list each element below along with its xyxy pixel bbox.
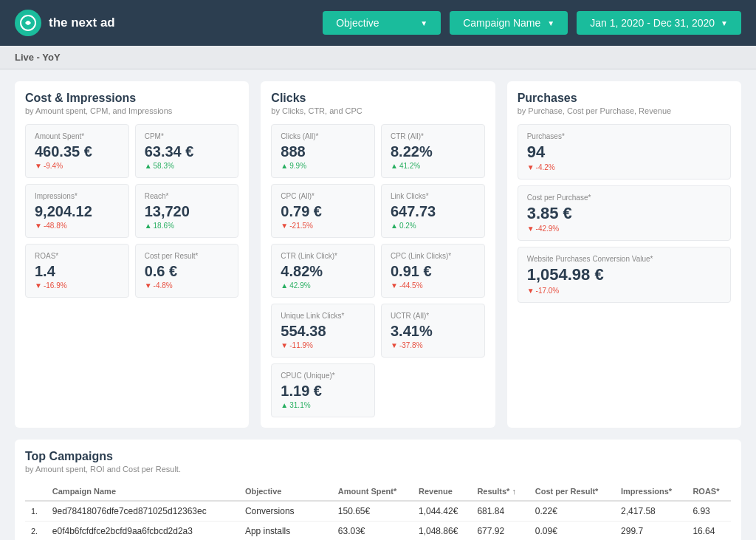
metrics-row: Cost & Impressions by Amount spent, CPM,… <box>15 81 741 428</box>
amount-spent-card: Amount Spent* 460.35 € -9.4% <box>25 124 129 178</box>
cpuc-value: 1.19 € <box>281 383 365 399</box>
ctr-all-change: 41.2% <box>391 162 475 170</box>
cost-impressions-title: Cost & Impressions <box>25 92 238 105</box>
ctr-link-change: 42.9% <box>281 281 365 290</box>
clicks-subtitle: by Clicks, CTR, and CPC <box>271 106 484 115</box>
uctr-label: UCTR (All)* <box>391 312 475 320</box>
purchases-subtitle: by Purchase, Cost per Purchase, Revenue <box>518 106 731 115</box>
col-impressions[interactable]: Impressions* <box>615 482 687 501</box>
table-row: 1. 9ed78418076dfe7ced871025d12363ec Conv… <box>25 501 731 522</box>
date-range-dropdown[interactable]: Jan 1, 2020 - Dec 31, 2020 ▼ <box>577 11 741 35</box>
ctr-all-value: 8.22% <box>391 143 475 160</box>
objective-dropdown[interactable]: Objective ▼ <box>323 11 441 35</box>
cpc-all-value: 0.79 € <box>281 203 365 219</box>
campaign-amount-cell: 63.03€ <box>332 522 413 541</box>
purchases-change: -4.2% <box>527 163 721 171</box>
ctr-all-label: CTR (All)* <box>391 132 475 140</box>
campaign-revenue-cell: 1,044.42€ <box>413 501 471 522</box>
row-num: 2. <box>25 522 47 541</box>
cost-impressions-cards: Amount Spent* 460.35 € -9.4% CPM* 63.34 … <box>25 124 238 298</box>
cpm-value: 63.34 € <box>145 143 230 160</box>
purchases-section: Purchases by Purchase, Cost per Purchase… <box>507 81 741 428</box>
date-range-label: Jan 1, 2020 - Dec 31, 2020 <box>590 17 715 29</box>
campaign-objective-cell: Conversions <box>239 501 332 522</box>
uctr-change: -37.8% <box>391 341 475 349</box>
clicks-all-label: Clicks (All)* <box>281 132 365 140</box>
conversion-value-change: -17.0% <box>527 287 721 295</box>
unique-link-card: Unique Link Clicks* 554.38 -11.9% <box>271 304 375 358</box>
impressions-card: Impressions* 9,204.12 -48.8% <box>25 184 129 238</box>
clicks-all-value: 888 <box>281 143 365 160</box>
top-campaigns-section: Top Campaigns by Amount spent, ROI and C… <box>15 440 741 540</box>
col-results[interactable]: Results* ↑ <box>471 482 529 501</box>
roas-change: -16.9% <box>35 281 120 290</box>
campaign-roas-cell: 16.64 <box>687 522 731 541</box>
main-content: Cost & Impressions by Amount spent, CPM,… <box>0 69 756 540</box>
cpc-link-value: 0.91 € <box>391 263 475 279</box>
campaigns-table: Campaign Name Objective Amount Spent* Re… <box>25 482 731 540</box>
header-dropdowns: Objective ▼ Campaign Name ▼ Jan 1, 2020 … <box>323 11 741 35</box>
campaign-name-cell: e0f4b6fcfdfce2bcfd9aa6fcbcd2d2a3 <box>47 522 239 541</box>
campaign-name-dropdown[interactable]: Campaign Name ▼ <box>450 11 568 35</box>
cost-per-result-label: Cost per Result* <box>145 252 230 260</box>
chevron-down-icon: ▼ <box>420 19 427 27</box>
ctr-link-value: 4.82% <box>281 263 365 279</box>
clicks-all-change: 9.9% <box>281 162 365 170</box>
purchases-cards: Purchases* 94 -4.2% Cost per Purchase* 3… <box>518 124 731 303</box>
amount-spent-label: Amount Spent* <box>35 132 120 140</box>
purchases-count-card: Purchases* 94 -4.2% <box>518 124 731 180</box>
col-campaign-name[interactable]: Campaign Name <box>47 482 239 501</box>
cost-per-purchase-value: 3.85 € <box>527 205 721 222</box>
reach-card: Reach* 13,720 18.6% <box>135 184 239 238</box>
cost-impressions-section: Cost & Impressions by Amount spent, CPM,… <box>15 81 249 428</box>
unique-link-label: Unique Link Clicks* <box>281 312 365 320</box>
row-num: 1. <box>25 501 47 522</box>
chevron-down-icon: ▼ <box>547 19 554 27</box>
cost-per-result-value: 0.6 € <box>145 263 230 279</box>
campaign-results-cell: 677.92 <box>471 522 529 541</box>
conversion-value-value: 1,054.98 € <box>527 266 721 284</box>
cpc-link-label: CPC (Link Clicks)* <box>391 252 475 260</box>
cost-per-purchase-card: Cost per Purchase* 3.85 € -42.9% <box>518 185 731 241</box>
top-campaigns-title: Top Campaigns <box>25 450 731 463</box>
purchases-value: 94 <box>527 143 721 161</box>
conversion-value-label: Website Purchases Conversion Value* <box>527 255 721 263</box>
ctr-link-card: CTR (Link Click)* 4.82% 42.9% <box>271 244 375 298</box>
col-roas[interactable]: ROAS* <box>687 482 731 501</box>
cpm-change: 58.3% <box>145 162 230 170</box>
col-revenue[interactable]: Revenue <box>413 482 471 501</box>
link-clicks-card: Link Clicks* 647.73 0.2% <box>381 184 485 238</box>
logo-text: the next ad <box>49 16 115 30</box>
campaign-name-label: Campaign Name <box>463 17 540 29</box>
roas-card: ROAS* 1.4 -16.9% <box>25 244 129 298</box>
logo-icon <box>15 10 41 36</box>
reach-label: Reach* <box>145 192 230 200</box>
cpc-all-change: -21.5% <box>281 222 365 230</box>
impressions-change: -48.8% <box>35 222 120 230</box>
unique-link-change: -11.9% <box>281 341 365 349</box>
col-cost-result[interactable]: Cost per Result* <box>529 482 615 501</box>
link-clicks-label: Link Clicks* <box>391 192 475 200</box>
link-clicks-value: 647.73 <box>391 203 475 219</box>
cpc-all-label: CPC (All)* <box>281 192 365 200</box>
impressions-value: 9,204.12 <box>35 203 120 219</box>
cost-impressions-subtitle: by Amount spent, CPM, and Impressions <box>25 106 238 115</box>
link-clicks-change: 0.2% <box>391 222 475 230</box>
objective-label: Objective <box>336 17 379 29</box>
reach-value: 13,720 <box>145 203 230 219</box>
subheader-label: Live - YoY <box>15 52 61 63</box>
campaign-results-cell: 681.84 <box>471 501 529 522</box>
purchases-label: Purchases* <box>527 132 721 140</box>
clicks-section: Clicks by Clicks, CTR, and CPC Clicks (A… <box>261 81 495 428</box>
cpm-card: CPM* 63.34 € 58.3% <box>135 124 239 178</box>
ctr-all-card: CTR (All)* 8.22% 41.2% <box>381 124 485 178</box>
cost-per-result-change: -4.8% <box>145 281 230 290</box>
logo-area: the next ad <box>15 10 148 36</box>
cost-per-purchase-label: Cost per Purchase* <box>527 194 721 202</box>
col-objective[interactable]: Objective <box>239 482 332 501</box>
amount-spent-value: 460.35 € <box>35 143 120 160</box>
col-amount-spent[interactable]: Amount Spent* <box>332 482 413 501</box>
chevron-down-icon: ▼ <box>721 19 728 27</box>
campaign-objective-cell: App installs <box>239 522 332 541</box>
cpc-link-card: CPC (Link Clicks)* 0.91 € -44.5% <box>381 244 485 298</box>
